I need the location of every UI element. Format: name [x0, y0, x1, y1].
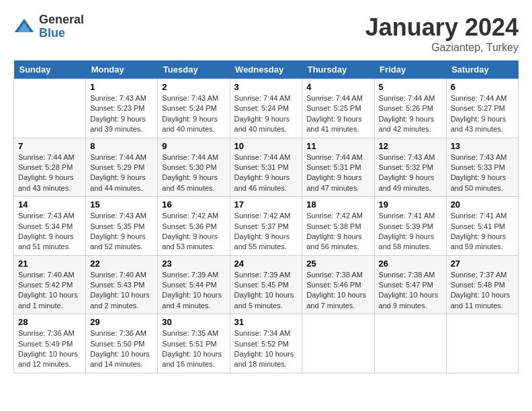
- day-info: Sunrise: 7:44 AM Sunset: 5:27 PM Dayligh…: [451, 93, 514, 135]
- sunrise-text: Sunrise: 7:40 AM: [90, 271, 146, 279]
- calendar-cell: 22 Sunrise: 7:40 AM Sunset: 5:43 PM Dayl…: [86, 255, 158, 314]
- day-number: 3: [234, 82, 298, 92]
- day-number: 1: [90, 82, 153, 92]
- daylight-text: Daylight: 9 hours and 40 minutes.: [162, 115, 218, 133]
- daylight-text: Daylight: 9 hours and 51 minutes.: [18, 232, 74, 250]
- calendar-cell: 31 Sunrise: 7:34 AM Sunset: 5:52 PM Dayl…: [230, 314, 302, 373]
- sunset-text: Sunset: 5:24 PM: [234, 104, 289, 112]
- day-number: 19: [379, 199, 442, 210]
- sunset-text: Sunset: 5:23 PM: [90, 104, 144, 112]
- title-block: January 2024 Gaziantep, Turkey: [365, 13, 519, 54]
- daylight-text: Daylight: 10 hours and 18 minutes.: [234, 350, 294, 368]
- day-number: 30: [162, 317, 225, 327]
- day-number: 12: [379, 141, 442, 151]
- calendar-cell: 13 Sunrise: 7:43 AM Sunset: 5:33 PM Dayl…: [446, 138, 518, 197]
- calendar-cell: 6 Sunrise: 7:44 AM Sunset: 5:27 PM Dayli…: [446, 79, 518, 138]
- calendar-week-row: 21 Sunrise: 7:40 AM Sunset: 5:42 PM Dayl…: [14, 255, 519, 314]
- day-info: Sunrise: 7:39 AM Sunset: 5:45 PM Dayligh…: [234, 270, 298, 312]
- day-number: 23: [162, 259, 225, 269]
- daylight-text: Daylight: 9 hours and 46 minutes.: [234, 173, 290, 191]
- day-number: 29: [90, 317, 153, 327]
- daylight-text: Daylight: 9 hours and 43 minutes.: [18, 173, 74, 191]
- sunrise-text: Sunrise: 7:34 AM: [234, 329, 291, 337]
- day-number: 27: [451, 259, 514, 269]
- daylight-text: Daylight: 10 hours and 11 minutes.: [451, 291, 511, 309]
- sunset-text: Sunset: 5:35 PM: [90, 222, 144, 230]
- day-number: 20: [451, 199, 514, 210]
- day-info: Sunrise: 7:43 AM Sunset: 5:23 PM Dayligh…: [90, 93, 153, 135]
- sunset-text: Sunset: 5:41 PM: [451, 222, 505, 230]
- daylight-text: Daylight: 10 hours and 16 minutes.: [162, 350, 222, 368]
- weekday-header-monday: Monday: [86, 60, 158, 79]
- calendar-cell: [374, 314, 446, 373]
- daylight-text: Daylight: 9 hours and 50 minutes.: [451, 173, 506, 191]
- sunrise-text: Sunrise: 7:43 AM: [90, 212, 146, 220]
- daylight-text: Daylight: 10 hours and 12 minutes.: [18, 350, 78, 368]
- calendar-cell: [446, 314, 518, 373]
- sunset-text: Sunset: 5:33 PM: [451, 163, 505, 171]
- calendar-cell: [14, 79, 86, 138]
- sunset-text: Sunset: 5:51 PM: [162, 340, 216, 348]
- calendar-cell: 5 Sunrise: 7:44 AM Sunset: 5:26 PM Dayli…: [374, 79, 446, 138]
- day-info: Sunrise: 7:37 AM Sunset: 5:48 PM Dayligh…: [451, 270, 514, 312]
- calendar-cell: 12 Sunrise: 7:43 AM Sunset: 5:32 PM Dayl…: [374, 138, 446, 197]
- sunset-text: Sunset: 5:31 PM: [306, 163, 361, 171]
- sunset-text: Sunset: 5:52 PM: [234, 340, 289, 348]
- calendar-table: SundayMondayTuesdayWednesdayThursdayFrid…: [13, 60, 519, 373]
- sunset-text: Sunset: 5:50 PM: [90, 340, 144, 348]
- daylight-text: Daylight: 9 hours and 52 minutes.: [90, 232, 146, 250]
- sunrise-text: Sunrise: 7:44 AM: [234, 153, 291, 161]
- day-number: 5: [379, 82, 442, 92]
- calendar-cell: 17 Sunrise: 7:42 AM Sunset: 5:37 PM Dayl…: [230, 197, 302, 256]
- calendar-cell: [302, 314, 374, 373]
- daylight-text: Daylight: 9 hours and 44 minutes.: [90, 173, 146, 191]
- daylight-text: Daylight: 9 hours and 55 minutes.: [234, 232, 290, 250]
- daylight-text: Daylight: 9 hours and 40 minutes.: [234, 115, 290, 133]
- day-number: 7: [18, 141, 81, 151]
- sunrise-text: Sunrise: 7:39 AM: [162, 271, 218, 279]
- day-info: Sunrise: 7:44 AM Sunset: 5:31 PM Dayligh…: [234, 152, 298, 194]
- sunrise-text: Sunrise: 7:44 AM: [306, 153, 363, 161]
- sunrise-text: Sunrise: 7:44 AM: [234, 94, 291, 102]
- calendar-cell: 1 Sunrise: 7:43 AM Sunset: 5:23 PM Dayli…: [86, 79, 158, 138]
- day-info: Sunrise: 7:41 AM Sunset: 5:39 PM Dayligh…: [379, 211, 442, 253]
- daylight-text: Daylight: 9 hours and 53 minutes.: [162, 232, 218, 250]
- sunrise-text: Sunrise: 7:41 AM: [451, 212, 507, 220]
- day-info: Sunrise: 7:44 AM Sunset: 5:29 PM Dayligh…: [90, 152, 153, 194]
- sunset-text: Sunset: 5:36 PM: [162, 222, 216, 230]
- page-header: General Blue January 2024 Gaziantep, Tur…: [13, 13, 519, 54]
- calendar-week-row: 1 Sunrise: 7:43 AM Sunset: 5:23 PM Dayli…: [14, 79, 519, 138]
- day-number: 4: [306, 82, 369, 92]
- calendar-cell: 30 Sunrise: 7:35 AM Sunset: 5:51 PM Dayl…: [158, 314, 230, 373]
- day-info: Sunrise: 7:43 AM Sunset: 5:24 PM Dayligh…: [162, 93, 225, 135]
- day-number: 11: [306, 141, 369, 151]
- day-number: 28: [18, 317, 81, 327]
- sunset-text: Sunset: 5:48 PM: [451, 281, 505, 289]
- calendar-cell: 21 Sunrise: 7:40 AM Sunset: 5:42 PM Dayl…: [14, 255, 86, 314]
- calendar-week-row: 7 Sunrise: 7:44 AM Sunset: 5:28 PM Dayli…: [14, 138, 519, 197]
- daylight-text: Daylight: 10 hours and 2 minutes.: [90, 291, 150, 309]
- calendar-cell: 14 Sunrise: 7:43 AM Sunset: 5:34 PM Dayl…: [14, 197, 86, 256]
- weekday-header-row: SundayMondayTuesdayWednesdayThursdayFrid…: [14, 60, 519, 79]
- calendar-cell: 9 Sunrise: 7:44 AM Sunset: 5:30 PM Dayli…: [158, 138, 230, 197]
- day-info: Sunrise: 7:44 AM Sunset: 5:24 PM Dayligh…: [234, 93, 298, 135]
- calendar-cell: 19 Sunrise: 7:41 AM Sunset: 5:39 PM Dayl…: [374, 197, 446, 256]
- calendar-cell: 7 Sunrise: 7:44 AM Sunset: 5:28 PM Dayli…: [14, 138, 86, 197]
- day-info: Sunrise: 7:39 AM Sunset: 5:44 PM Dayligh…: [162, 270, 225, 312]
- calendar-cell: 2 Sunrise: 7:43 AM Sunset: 5:24 PM Dayli…: [158, 79, 230, 138]
- sunset-text: Sunset: 5:29 PM: [90, 163, 144, 171]
- sunset-text: Sunset: 5:42 PM: [18, 281, 73, 289]
- day-info: Sunrise: 7:38 AM Sunset: 5:46 PM Dayligh…: [306, 270, 369, 312]
- sunrise-text: Sunrise: 7:36 AM: [90, 329, 146, 337]
- sunrise-text: Sunrise: 7:42 AM: [306, 212, 363, 220]
- day-info: Sunrise: 7:42 AM Sunset: 5:36 PM Dayligh…: [162, 211, 225, 253]
- sunset-text: Sunset: 5:38 PM: [306, 222, 361, 230]
- weekday-header-tuesday: Tuesday: [158, 60, 230, 79]
- day-number: 13: [451, 141, 514, 151]
- calendar-cell: 3 Sunrise: 7:44 AM Sunset: 5:24 PM Dayli…: [230, 79, 302, 138]
- calendar-cell: 16 Sunrise: 7:42 AM Sunset: 5:36 PM Dayl…: [158, 197, 230, 256]
- day-info: Sunrise: 7:43 AM Sunset: 5:34 PM Dayligh…: [18, 211, 81, 253]
- day-info: Sunrise: 7:36 AM Sunset: 5:50 PM Dayligh…: [90, 328, 153, 370]
- sunrise-text: Sunrise: 7:44 AM: [379, 94, 435, 102]
- sunrise-text: Sunrise: 7:44 AM: [90, 153, 146, 161]
